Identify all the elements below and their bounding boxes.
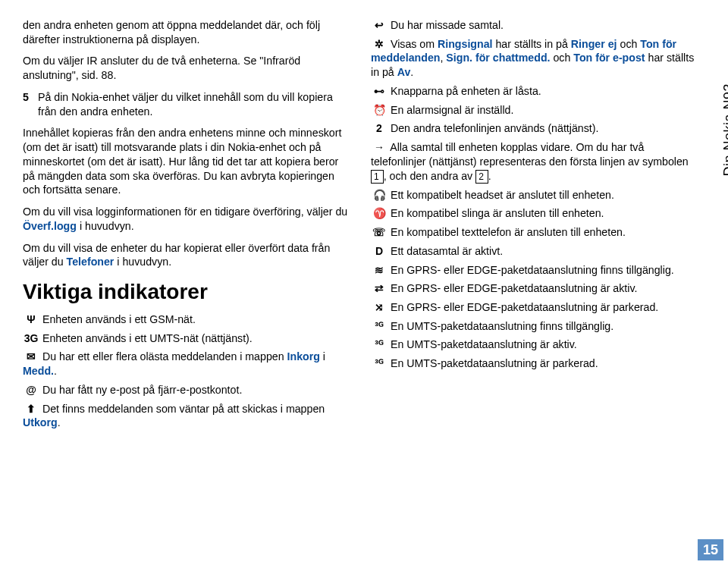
datacall-icon: D bbox=[371, 244, 388, 258]
indicator-text: Det finns meddelanden som väntar på att … bbox=[23, 403, 325, 429]
indicator-tty: ☏ En kompatibel texttelefon är ansluten … bbox=[371, 225, 698, 240]
indicator-keylock: ⊷ Knapparna på enheten är låsta. bbox=[371, 84, 698, 99]
link-sign-chatt: Sign. för chattmedd. bbox=[446, 52, 550, 64]
indicator-text: En UMTS-paketdataanslutning finns tillgä… bbox=[391, 320, 613, 332]
missed-call-icon: ↩ bbox=[371, 18, 388, 32]
indicator-umts-avail: ³ᴳ En UMTS-paketdataanslutning finns til… bbox=[371, 319, 698, 334]
line2-icon: 2 bbox=[371, 121, 388, 135]
text: . bbox=[488, 170, 491, 182]
link-telefoner: Telefoner bbox=[67, 256, 115, 268]
indicator-text: Ett datasamtal är aktivt. bbox=[391, 245, 503, 257]
indicator-line2: 2 Den andra telefonlinjen används (nättj… bbox=[371, 121, 698, 136]
alarm-icon: ⏰ bbox=[371, 103, 388, 117]
indicator-text: En kompatibel texttelefon är ansluten ti… bbox=[391, 226, 626, 238]
indicator-gprs-hold: ⤨ En GPRS- eller EDGE-paketdataanslutnin… bbox=[371, 300, 698, 315]
paragraph: den andra enheten genom att öppna meddel… bbox=[23, 18, 350, 46]
tty-icon: ☏ bbox=[371, 225, 388, 239]
text: Om du vill visa logginformationen för en… bbox=[23, 206, 347, 218]
text: i huvudvyn. bbox=[114, 256, 171, 268]
indicator-text: En UMTS-paketdataanslutning är aktiv. bbox=[391, 338, 577, 350]
paragraph: Om du vill visa logginformationen för en… bbox=[23, 205, 350, 233]
text: Visas om bbox=[391, 38, 438, 50]
indicator-loopset: ♈ En kompatibel slinga är ansluten till … bbox=[371, 206, 698, 221]
indicator-gprs-avail: ≋ En GPRS- eller EDGE-paketdataanslutnin… bbox=[371, 263, 698, 278]
silent-icon: ✲ bbox=[371, 37, 388, 51]
gsm-icon: Ψ bbox=[23, 312, 39, 326]
headset-icon: 🎧 bbox=[371, 188, 388, 202]
text: Det finns meddelanden som väntar på att … bbox=[42, 403, 325, 415]
link-medd: Medd. bbox=[23, 365, 54, 377]
indicator-text: En kompatibel slinga är ansluten till en… bbox=[391, 207, 604, 219]
indicator-text: Visas om Ringsignal har ställts in på Ri… bbox=[371, 38, 694, 78]
badge-2: 2 bbox=[475, 170, 488, 184]
indicator-text: Enheten används i ett GSM-nät. bbox=[42, 313, 196, 325]
text: och bbox=[617, 38, 641, 50]
link-ringer-ej: Ringer ej bbox=[571, 38, 617, 50]
indicator-alarm: ⏰ En alarmsignal är inställd. bbox=[371, 103, 698, 118]
indicator-outbox: ⬆ Det finns meddelanden som väntar på at… bbox=[23, 402, 350, 430]
indicator-forward: → Alla samtal till enheten kopplas vidar… bbox=[371, 140, 698, 183]
indicator-text: Den andra telefonlinjen används (nättjän… bbox=[391, 122, 598, 134]
paragraph: Om du vill visa de enheter du har kopier… bbox=[23, 241, 350, 269]
link-av: Av bbox=[397, 66, 411, 78]
gprs-active-icon: ⇄ bbox=[371, 281, 388, 295]
link-overf-logg: Överf.logg bbox=[23, 220, 77, 232]
3g-icon: 3G bbox=[23, 331, 39, 345]
indicator-text: En UMTS-paketdataanslutning är parkerad. bbox=[391, 357, 598, 369]
umts-hold-icon: ³ᴳ bbox=[371, 356, 388, 370]
envelope-icon: ✉ bbox=[23, 350, 39, 363]
gprs-hold-icon: ⤨ bbox=[371, 300, 388, 314]
at-icon: @ bbox=[23, 383, 39, 397]
indicator-text: Knapparna på enheten är låsta. bbox=[391, 85, 541, 97]
indicator-datacall: D Ett datasamtal är aktivt. bbox=[371, 244, 698, 259]
step-5: 5 På din Nokia-enhet väljer du vilket in… bbox=[23, 90, 350, 118]
right-column: ↩ Du har missade samtal. ✲ Visas om Ring… bbox=[371, 18, 698, 435]
page: den andra enheten genom att öppna meddel… bbox=[0, 0, 728, 453]
text: Du har ett eller flera olästa meddelande… bbox=[42, 350, 287, 363]
paragraph: Innehållet kopieras från den andra enhet… bbox=[23, 126, 350, 197]
text: och bbox=[551, 52, 574, 64]
link-inkorg: Inkorg bbox=[287, 350, 320, 363]
indicator-headset: 🎧 Ett kompatibelt headset är anslutet ti… bbox=[371, 188, 698, 202]
text: . bbox=[410, 66, 413, 78]
indicator-umts-active: ³ᴳ En UMTS-paketdataanslutning är aktiv. bbox=[371, 337, 698, 352]
sidebar-label: Din Nokia N93 bbox=[720, 83, 728, 177]
text: i bbox=[320, 350, 325, 363]
umts-active-icon: ³ᴳ bbox=[371, 337, 388, 351]
indicator-umts-hold: ³ᴳ En UMTS-paketdataanslutning är parker… bbox=[371, 356, 698, 371]
link-ton-epost: Ton för e-post bbox=[573, 52, 645, 64]
forward-icon: → bbox=[371, 140, 388, 154]
indicator-ringtone: ✲ Visas om Ringsignal har ställts in på … bbox=[371, 37, 698, 80]
text: Alla samtal till enheten kopplas vidare.… bbox=[371, 141, 689, 168]
keylock-icon: ⊷ bbox=[371, 84, 388, 98]
indicator-text: Enheten används i ett UMTS-nät (nättjäns… bbox=[42, 332, 253, 344]
outbox-icon: ⬆ bbox=[23, 402, 39, 416]
umts-icon: ³ᴳ bbox=[371, 319, 388, 333]
text: , och den andra av bbox=[384, 170, 475, 182]
text: . bbox=[54, 365, 57, 377]
step-text: På din Nokia-enhet väljer du vilket inne… bbox=[38, 90, 350, 118]
text: har ställts in på bbox=[493, 38, 571, 50]
indicator-message: ✉ Du har ett eller flera olästa meddelan… bbox=[23, 350, 350, 378]
page-number: 15 bbox=[698, 539, 723, 560]
indicator-text: En alarmsignal är inställd. bbox=[391, 104, 513, 116]
paragraph: Om du väljer IR ansluter du de två enhet… bbox=[23, 54, 350, 82]
text: i huvudvyn. bbox=[77, 220, 134, 232]
indicator-text: Du har missade samtal. bbox=[391, 19, 504, 31]
link-ringsignal: Ringsignal bbox=[438, 38, 493, 50]
indicator-text: Alla samtal till enheten kopplas vidare.… bbox=[371, 141, 689, 181]
indicator-text: Du har fått ny e-post på fjärr-e-postkon… bbox=[42, 384, 242, 396]
step-number: 5 bbox=[23, 90, 32, 118]
text: . bbox=[58, 416, 61, 428]
gprs-icon: ≋ bbox=[371, 263, 388, 277]
left-column: den andra enheten genom att öppna meddel… bbox=[23, 18, 350, 435]
indicator-text: En GPRS- eller EDGE-paketdataanslutning … bbox=[391, 282, 637, 294]
heading-indicators: Viktiga indikatorer bbox=[23, 278, 350, 306]
indicator-text: En GPRS- eller EDGE-paketdataanslutning … bbox=[391, 264, 674, 276]
indicator-missed-call: ↩ Du har missade samtal. bbox=[371, 18, 698, 33]
indicator-text: En GPRS- eller EDGE-paketdataanslutning … bbox=[391, 301, 658, 313]
indicator-gsm: Ψ Enheten används i ett GSM-nät. bbox=[23, 312, 350, 327]
indicator-text: Du har ett eller flera olästa meddelande… bbox=[23, 350, 325, 377]
indicator-3g: 3G Enheten används i ett UMTS-nät (nättj… bbox=[23, 331, 350, 346]
indicator-gprs-active: ⇄ En GPRS- eller EDGE-paketdataanslutnin… bbox=[371, 281, 698, 296]
